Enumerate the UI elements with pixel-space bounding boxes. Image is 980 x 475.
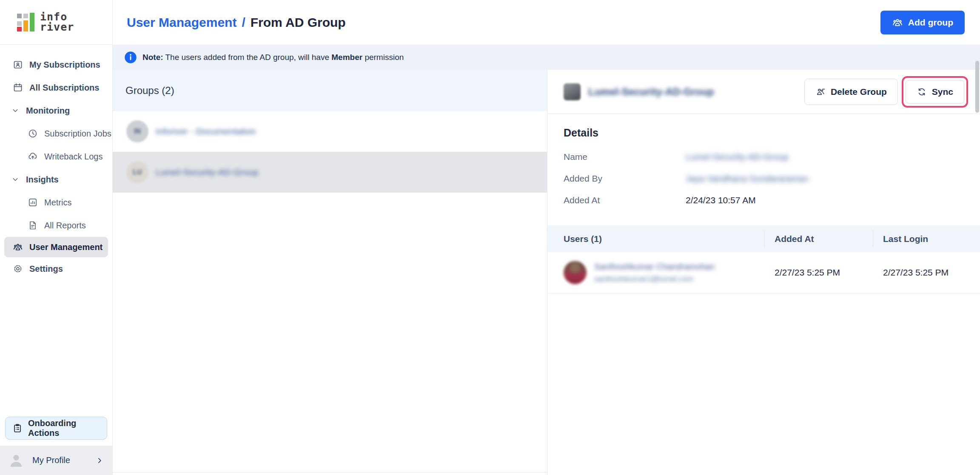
user-added-at: 2/27/23 5:25 PM: [775, 267, 840, 277]
user-name: Santhoshkumar Chandramohan: [594, 262, 715, 272]
onboarding-actions-label: Onboarding Actions: [28, 418, 107, 438]
users-table-header: Users (1) Added At Last Login: [547, 225, 980, 252]
group-list-item-selected[interactable]: LU Lumel-Security-AD-Group: [113, 152, 547, 193]
field-label: Name: [564, 152, 686, 162]
chevron-down-icon: [11, 175, 20, 184]
group-name: Lumel-Security-AD-Group: [156, 167, 259, 177]
sidebar-item-settings[interactable]: Settings: [0, 257, 112, 280]
users-table: Users (1) Added At Last Login Santhoshku…: [547, 225, 980, 293]
gear-icon: [13, 264, 23, 274]
sidebar-item-label: All Reports: [44, 221, 86, 230]
groups-panel: Groups (2) IN Inforiver - Documentation …: [113, 70, 547, 475]
details-section: Details Name Lumel-Security-AD-Group Add…: [547, 114, 980, 219]
sidebar-item-label: All Subscriptions: [29, 83, 99, 93]
cloud-upload-icon: [28, 151, 38, 162]
sidebar-item-metrics[interactable]: Metrics: [0, 191, 112, 214]
group-avatar: [564, 83, 581, 100]
detail-field-name: Name Lumel-Security-AD-Group: [564, 152, 964, 162]
brand-name: inforiver: [40, 12, 74, 33]
field-label: Added At: [564, 195, 686, 205]
add-group-label: Add group: [908, 17, 953, 28]
sidebar-item-label: Metrics: [44, 198, 71, 208]
group-title: Lumel-Security-AD-Group: [588, 86, 714, 98]
added-at-header: Added At: [775, 234, 814, 244]
sidebar-item-label: Insights: [26, 175, 59, 185]
sidebar-item-label: Writeback Logs: [44, 152, 103, 162]
breadcrumb: User Management / From AD Group: [127, 15, 346, 30]
sync-icon: [917, 87, 927, 97]
id-card-icon: [13, 60, 23, 70]
sidebar-item-label: User Management: [29, 242, 103, 252]
group-list-item[interactable]: IN Inforiver - Documentation: [113, 111, 547, 152]
sync-button[interactable]: Sync: [906, 80, 964, 104]
group-detail-panel: Lumel-Security-AD-Group Delete Group: [547, 70, 980, 475]
note-text: Note: The users added from the AD group,…: [142, 53, 404, 62]
group-detail-header: Lumel-Security-AD-Group Delete Group: [547, 70, 980, 114]
my-profile-item[interactable]: My Profile: [0, 446, 112, 475]
groups-panel-header: Groups (2): [113, 70, 547, 111]
content-area: Groups (2) IN Inforiver - Documentation …: [113, 70, 980, 475]
people-icon: [892, 17, 903, 28]
sidebar-item-label: Subscription Jobs: [44, 129, 111, 139]
detail-field-added-by: Added By Jaya Vandhana Sundararaman: [564, 174, 964, 184]
people-icon: [13, 242, 23, 252]
user-last-login: 2/27/23 5:25 PM: [883, 267, 949, 277]
sidebar-nav: My Subscriptions All Subscriptions Monit…: [0, 45, 112, 280]
groups-count-title: Groups (2): [125, 85, 174, 97]
last-login-header: Last Login: [883, 234, 928, 244]
detail-field-added-at: Added At 2/24/23 10:57 AM: [564, 195, 964, 205]
group-name: Inforiver - Documentation: [156, 126, 256, 137]
field-value: 2/24/23 10:57 AM: [686, 195, 756, 205]
chevron-right-icon: [95, 456, 104, 465]
sidebar-section-monitoring[interactable]: Monitoring: [0, 99, 112, 122]
sidebar-item-user-management[interactable]: User Management: [4, 237, 108, 257]
breadcrumb-separator: /: [242, 15, 245, 30]
add-group-button[interactable]: Add group: [880, 11, 965, 34]
user-avatar: [564, 261, 587, 284]
delete-group-label: Delete Group: [831, 87, 887, 97]
bar-chart-icon: [28, 197, 38, 208]
onboarding-actions-button[interactable]: Onboarding Actions: [5, 417, 107, 440]
main-area: User Management / From AD Group Add grou…: [113, 0, 980, 475]
details-title: Details: [564, 127, 964, 139]
sync-label: Sync: [932, 87, 953, 97]
delete-group-button[interactable]: Delete Group: [804, 79, 898, 105]
sidebar-item-all-subscriptions[interactable]: All Subscriptions: [0, 76, 112, 99]
clipboard-icon: [12, 423, 23, 433]
field-value: Jaya Vandhana Sundararaman: [686, 174, 809, 184]
vertical-scrollbar[interactable]: [975, 61, 979, 113]
users-count-header: Users (1): [564, 234, 602, 244]
sidebar-item-subscription-jobs[interactable]: Subscription Jobs: [0, 122, 112, 145]
breadcrumb-user-management-link[interactable]: User Management: [127, 15, 236, 30]
sidebar-item-my-subscriptions[interactable]: My Subscriptions: [0, 53, 112, 76]
brand-logo[interactable]: inforiver: [0, 0, 112, 45]
note-banner: Note: The users added from the AD group,…: [113, 45, 980, 70]
sidebar-item-writeback-logs[interactable]: Writeback Logs: [0, 145, 112, 168]
field-value: Lumel-Security-AD-Group: [686, 152, 789, 162]
page-header: User Management / From AD Group Add grou…: [113, 0, 980, 45]
group-avatar: LU: [126, 161, 148, 183]
my-profile-label: My Profile: [32, 455, 88, 465]
sidebar: inforiver My Subscriptions All Subscript…: [0, 0, 113, 475]
sidebar-section-insights[interactable]: Insights: [0, 168, 112, 191]
sync-highlight-annotation: Sync: [902, 76, 968, 108]
field-label: Added By: [564, 174, 686, 184]
calendar-icon: [13, 82, 23, 93]
page-title: From AD Group: [251, 15, 346, 30]
sidebar-item-label: Monitoring: [26, 106, 70, 116]
sidebar-item-label: My Subscriptions: [29, 60, 100, 70]
app-window: inforiver My Subscriptions All Subscript…: [0, 0, 980, 475]
group-avatar: IN: [126, 120, 148, 142]
document-icon: [28, 220, 38, 230]
clock-icon: [28, 128, 38, 139]
inforiver-logo-icon: [17, 13, 35, 31]
sidebar-item-label: Settings: [29, 264, 63, 274]
user-table-row[interactable]: Santhoshkumar Chandramohan santhoshkumar…: [547, 252, 980, 293]
sidebar-item-all-reports[interactable]: All Reports: [0, 214, 112, 237]
info-icon: [124, 51, 137, 64]
person-minus-icon: [815, 87, 826, 97]
person-silhouette-icon: [7, 451, 26, 470]
chevron-down-icon: [11, 106, 20, 115]
user-email: santhoshkumar1@lumel.com: [594, 275, 715, 284]
